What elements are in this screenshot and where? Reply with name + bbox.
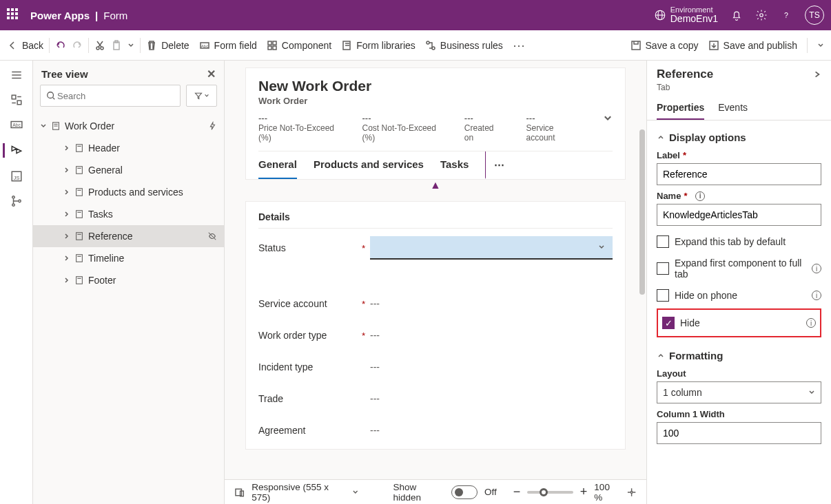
layout-dropdown[interactable]: 1 column xyxy=(657,381,821,403)
col-width-input[interactable] xyxy=(657,422,821,444)
zoom-out-button[interactable]: − xyxy=(513,485,521,499)
props-title: Reference xyxy=(657,67,713,81)
checkbox-row[interactable]: Expand this tab by default xyxy=(657,235,821,248)
cut-icon[interactable] xyxy=(94,40,105,51)
save-publish-button[interactable]: Save and publish xyxy=(708,40,797,51)
tree-item[interactable]: Products and services xyxy=(33,181,224,203)
display-options-header[interactable]: Display options xyxy=(657,132,821,143)
formatting-header[interactable]: Formatting xyxy=(657,350,821,361)
avatar[interactable]: TS xyxy=(805,6,824,25)
responsive-label[interactable]: Responsive (555 x 575) xyxy=(252,482,345,503)
hidden-icon xyxy=(207,231,217,241)
checkbox-row[interactable]: Expand first component to full tabi xyxy=(657,258,821,280)
props-tab[interactable]: Properties xyxy=(657,96,704,120)
tree-root[interactable]: Work Order xyxy=(33,115,224,137)
form-tab[interactable]: General xyxy=(258,151,297,179)
components-icon[interactable] xyxy=(10,94,23,106)
tree-item[interactable]: Header xyxy=(33,137,224,159)
form-field-row[interactable]: Service account*--- xyxy=(258,288,613,319)
close-icon[interactable]: ✕ xyxy=(207,67,216,81)
more-icon[interactable]: ⋯ xyxy=(513,38,525,53)
props-tab[interactable]: Events xyxy=(718,96,748,120)
status-dropdown[interactable] xyxy=(370,236,613,260)
chevron-down-icon[interactable] xyxy=(127,40,134,51)
svg-rect-13 xyxy=(273,41,276,45)
info-icon[interactable]: i xyxy=(695,191,705,201)
svg-text:JS: JS xyxy=(13,175,19,181)
help-icon[interactable]: ? xyxy=(780,9,792,21)
form-field-row[interactable]: Work order type*--- xyxy=(258,319,613,351)
info-icon[interactable]: i xyxy=(806,318,816,328)
scrollbar[interactable] xyxy=(639,129,645,295)
component-button[interactable]: Component xyxy=(267,40,331,51)
tree-item[interactable]: Reference xyxy=(33,225,224,247)
back-button[interactable]: Back xyxy=(7,40,43,51)
search-input[interactable] xyxy=(40,85,181,107)
info-icon[interactable]: i xyxy=(812,291,821,300)
svg-rect-48 xyxy=(76,211,83,218)
zoom-in-button[interactable]: + xyxy=(580,485,588,499)
gear-icon[interactable] xyxy=(755,9,768,21)
chevron-down-icon[interactable] xyxy=(603,113,613,143)
delete-button[interactable]: Delete xyxy=(146,40,189,51)
tree-item[interactable]: Footer xyxy=(33,269,224,291)
checkbox-row[interactable]: ✓Hidei xyxy=(657,308,821,337)
svg-point-37 xyxy=(48,92,54,98)
form-title: New Work Order xyxy=(258,78,613,94)
filter-button[interactable] xyxy=(186,85,217,107)
tree-view-icon[interactable] xyxy=(10,143,23,156)
form-tab[interactable]: Products and services xyxy=(314,151,424,179)
label-input[interactable] xyxy=(657,163,821,185)
undo-icon[interactable] xyxy=(55,40,66,51)
layout-label: Layout xyxy=(657,368,821,379)
tree-item[interactable]: Tasks xyxy=(33,203,224,225)
lightning-icon xyxy=(207,121,217,131)
name-field-label: Name* i xyxy=(657,191,821,201)
js-icon[interactable]: JS xyxy=(10,170,23,182)
hamburger-icon[interactable] xyxy=(10,69,23,81)
chevron-down-icon[interactable] xyxy=(817,40,824,51)
svg-rect-21 xyxy=(632,41,640,50)
form-libraries-button[interactable]: Form libraries xyxy=(341,40,416,51)
svg-text:Abc: Abc xyxy=(201,44,207,48)
form-field-row[interactable]: Incident type--- xyxy=(258,351,613,383)
tree-item[interactable]: Timeline xyxy=(33,247,224,269)
svg-point-34 xyxy=(12,196,14,198)
more-tabs-icon[interactable]: ⋯ xyxy=(485,151,504,179)
bell-icon[interactable] xyxy=(730,9,743,21)
business-rules-button[interactable]: Business rules xyxy=(425,40,503,51)
branch-icon[interactable] xyxy=(10,195,23,207)
fit-icon[interactable] xyxy=(626,487,637,498)
zoom-slider[interactable] xyxy=(527,491,573,494)
form-field-row[interactable]: Agreement--- xyxy=(258,414,613,446)
svg-text:?: ? xyxy=(784,11,788,19)
checkbox[interactable]: ✓ xyxy=(662,317,675,329)
form-field-row[interactable]: Trade--- xyxy=(258,383,613,414)
abc-icon[interactable]: Abc xyxy=(10,118,23,131)
checkbox[interactable] xyxy=(657,235,669,248)
form-field-button[interactable]: AbcForm field xyxy=(199,40,257,51)
svg-point-36 xyxy=(18,200,20,202)
svg-rect-44 xyxy=(76,167,83,174)
redo-icon[interactable] xyxy=(72,40,83,51)
checkbox-row[interactable]: Hide on phonei xyxy=(657,289,821,302)
chevron-right-icon[interactable] xyxy=(813,69,821,80)
header-field: ---Price Not-To-Exceed (%) xyxy=(258,113,335,143)
form-tab[interactable]: Tasks xyxy=(440,151,469,179)
name-input[interactable] xyxy=(657,204,821,226)
header-field: ---Cost Not-To-Exceed (%) xyxy=(362,113,437,143)
paste-icon[interactable] xyxy=(111,40,122,51)
save-copy-button[interactable]: Save a copy xyxy=(630,40,699,51)
show-hidden-toggle[interactable] xyxy=(451,485,478,499)
info-icon[interactable]: i xyxy=(812,264,821,273)
svg-point-58 xyxy=(630,491,633,493)
waffle-icon[interactable] xyxy=(7,8,21,22)
form-field-row[interactable]: Status* xyxy=(258,229,613,267)
svg-rect-42 xyxy=(76,145,83,152)
tree-item[interactable]: General xyxy=(33,159,224,181)
chevron-down-icon[interactable] xyxy=(352,487,359,498)
checkbox[interactable] xyxy=(657,262,669,275)
checkbox[interactable] xyxy=(657,289,669,302)
svg-point-6 xyxy=(96,47,99,50)
environment-picker[interactable]: EnvironmentDemoEnv1 xyxy=(654,6,718,24)
